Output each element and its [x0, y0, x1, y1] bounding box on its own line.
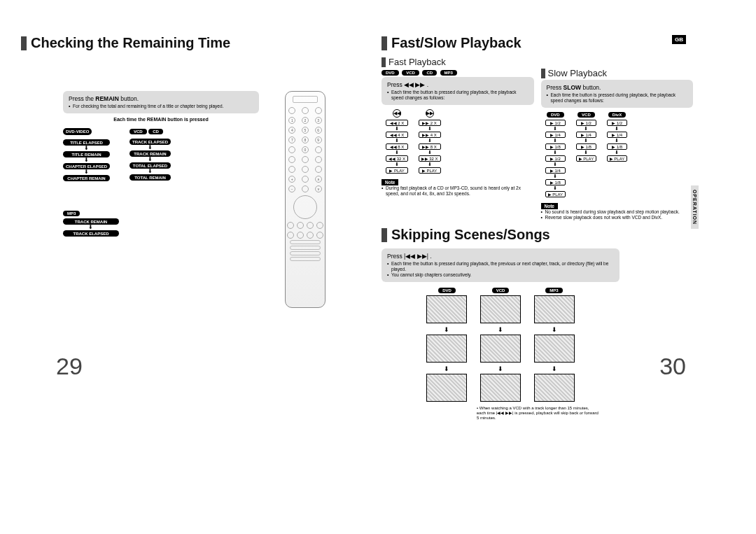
remain-bold: REMAIN — [95, 95, 119, 102]
note-text: Reverse slow playback does not work with… — [541, 215, 694, 220]
note-text: No sound is heard during slow playback a… — [541, 209, 694, 215]
fast-press: Press ◀◀ ▶▶ . — [387, 81, 528, 88]
step: ▶ PLAY — [386, 167, 408, 174]
remain-bullets: For checking the total and remaining tim… — [69, 104, 253, 109]
right-title-2: Skipping Scenes/Songs — [382, 227, 735, 243]
page-number-right: 30 — [659, 353, 686, 380]
scene-thumb — [534, 335, 575, 363]
pill-dvd-video: DVD-VIDEO — [63, 128, 92, 135]
step: ▶ PLAY — [419, 167, 441, 174]
fast-speed-cols: ◀◀ ◀◀ 2 X⬇ ◀◀ 4 X⬇ ◀◀ 8 X⬇ ◀◀ 32 X⬇ ▶ PL… — [382, 109, 534, 174]
arrow-down-icon: ⬇ — [63, 146, 110, 150]
seq: TOTAL REMAIN — [130, 174, 171, 181]
step: ▶ 1/2 — [576, 120, 597, 126]
thumb-col-vcd: VCD ⬇ ⬇ — [480, 286, 521, 403]
scene-thumb — [480, 374, 521, 402]
page-right: GB OPERATION Fast/Slow Playback Fast Pla… — [382, 35, 735, 513]
slow-subtitle: Slow Playback — [541, 68, 694, 78]
thumb-col-mp3: MP3 ⬇ ⬇ — [534, 286, 575, 403]
scene-thumb — [480, 335, 521, 363]
slow-col-dvd: DVD ▶ 1/2⬇ ▶ 1/4⬇ ▶ 1/8⬇ ▶ 1/2⬇ ▶ 1/4⬇ ▶… — [545, 112, 566, 198]
right-title-1: Fast/Slow Playback — [382, 35, 735, 51]
slow-playback: Slow Playback Press SLOW button. Each ti… — [541, 57, 736, 221]
scene-thumb — [426, 374, 467, 402]
pill-vcd: VCD — [130, 129, 147, 134]
pill-mp3: MP3 — [63, 211, 80, 216]
arrow-down-icon: ⬇ — [130, 146, 171, 150]
speed-col-ff: ▶▶ ▶▶ 2 X⬇ ▶▶ 4 X⬇ ▶▶ 8 X⬇ ▶▶ 32 X⬇ ▶ PL… — [419, 109, 441, 174]
step: ▶▶ 4 X — [419, 132, 441, 138]
pill: MP3 — [440, 70, 457, 76]
fast-box: Press ◀◀ ▶▶ . Each time the button is pr… — [382, 77, 534, 105]
bullet: For checking the total and remaining tim… — [69, 104, 253, 109]
step: ▶ 1/2 — [545, 155, 566, 162]
step: ▶ PLAY — [607, 155, 628, 162]
bullet: You cannot skip chapters consecutively. — [387, 272, 614, 278]
remain-caption: Each time the REMAIN button is pressed — [63, 117, 259, 122]
slow-note: Note No sound is heard during slow playb… — [541, 202, 694, 220]
step: ◀◀ 4 X — [386, 132, 408, 138]
slow-col-vcd: VCD ▶ 1/2⬇ ▶ 1/4⬇ ▶ 1/8⬇ ▶ PLAY — [576, 112, 597, 162]
text: button. — [119, 95, 139, 102]
thumb-col-dvd: DVD ⬇ ⬇ — [426, 286, 467, 403]
scene-thumb — [534, 374, 575, 402]
pill: VCD — [402, 70, 419, 76]
rewind-forward-icon: ◀◀ ▶▶ . — [404, 81, 428, 88]
col-vcd-cd: VCD CD TRACK ELAPSED ⬇ TRACK REMAIN ⬇ TO… — [130, 127, 171, 181]
step: ▶ 1/8 — [545, 143, 566, 150]
bullet: Each time the button is pressed during p… — [547, 92, 688, 104]
slow-bold: SLOW — [564, 84, 582, 91]
step: ▶ 1/4 — [576, 132, 597, 138]
text: Press — [387, 253, 402, 260]
fast-note: Note During fast playback of a CD or MP3… — [382, 178, 534, 197]
step: ▶▶ 32 X — [419, 155, 441, 162]
left-content: Press the REMAIN button. For checking th… — [63, 91, 259, 237]
seq: TRACK ELAPSED — [63, 230, 119, 237]
fast-formats: DVD VCD CD MP3 — [382, 69, 534, 76]
left-title: Checking the Remaining Time — [21, 35, 374, 51]
seq: CHAPTER REMAIN — [63, 175, 110, 181]
slow-speed-cols: DVD ▶ 1/2⬇ ▶ 1/4⬇ ▶ 1/8⬇ ▶ 1/2⬇ ▶ 1/4⬇ ▶… — [541, 112, 694, 198]
fast-playback: Fast Playback DVD VCD CD MP3 Press ◀◀ ▶▶… — [382, 57, 534, 221]
arrow-down-icon: ⬇ — [63, 170, 110, 174]
arrow-down-icon: ⬇ — [130, 169, 171, 174]
pill: DVD — [382, 70, 399, 76]
step: ▶ 1/8 — [545, 179, 566, 185]
skip-prev-next-icon: |◀◀ ▶▶| . — [404, 253, 432, 260]
step: ▶ 1/2 — [607, 120, 628, 126]
note-badge: Note — [541, 203, 558, 209]
pill-cd: CD — [148, 129, 163, 134]
skip-press: Press |◀◀ ▶▶| . — [387, 253, 614, 260]
skip-area: Press |◀◀ ▶▶| . Each time the button is … — [382, 248, 620, 421]
col-dvd: DVD-VIDEO TITLE ELAPSED ⬇ TITLE REMAIN ⬇… — [63, 127, 110, 181]
pill: DVD — [438, 288, 456, 293]
slow-press: Press SLOW button. — [547, 84, 688, 91]
forward-icon: ▶▶ — [426, 109, 434, 118]
scene-thumb — [534, 295, 575, 323]
page-number-left: 29 — [56, 353, 83, 380]
skip-footnote: • When watching a VCD with a track longe… — [472, 406, 598, 421]
fast-slow-row: Fast Playback DVD VCD CD MP3 Press ◀◀ ▶▶… — [382, 57, 735, 221]
remote-illustration: 123 456 789 0 +∧ −∨ — [285, 91, 326, 308]
bullet: Each time the button is pressed during p… — [387, 261, 614, 272]
speed-col-rew: ◀◀ ◀◀ 2 X⬇ ◀◀ 4 X⬇ ◀◀ 8 X⬇ ◀◀ 32 X⬇ ▶ PL… — [386, 109, 408, 174]
operation-tab: OPERATION — [691, 185, 699, 229]
dpad-icon — [293, 195, 317, 219]
step: ◀◀ 2 X — [386, 120, 408, 126]
slow-col-divx: DivX ▶ 1/2⬇ ▶ 1/4⬇ ▶ 1/8⬇ ▶ PLAY — [607, 112, 628, 162]
note-text: During fast playback of a CD or MP3-CD, … — [382, 185, 534, 197]
col-mp3: MP3 TRACK REMAIN ⬇ TRACK ELAPSED — [63, 209, 259, 237]
pill: VCD — [578, 112, 595, 118]
step: ▶ 1/4 — [545, 167, 566, 174]
step: ▶▶ 8 X — [419, 143, 441, 150]
remain-instruction-box: Press the REMAIN button. For checking th… — [63, 91, 259, 113]
step: ▶ 1/8 — [576, 143, 597, 150]
scene-thumb — [480, 295, 521, 323]
step: ▶ 1/2 — [545, 120, 566, 126]
note-badge: Note — [382, 179, 398, 185]
fast-subtitle: Fast Playback — [382, 57, 534, 67]
skip-thumbs: DVD ⬇ ⬇ VCD ⬇ ⬇ MP3 ⬇ ⬇ — [382, 286, 620, 403]
slow-box: Press SLOW button. Each time the button … — [541, 80, 694, 108]
text: button. — [581, 84, 601, 91]
remain-columns: DVD-VIDEO TITLE ELAPSED ⬇ TITLE REMAIN ⬇… — [63, 127, 259, 181]
